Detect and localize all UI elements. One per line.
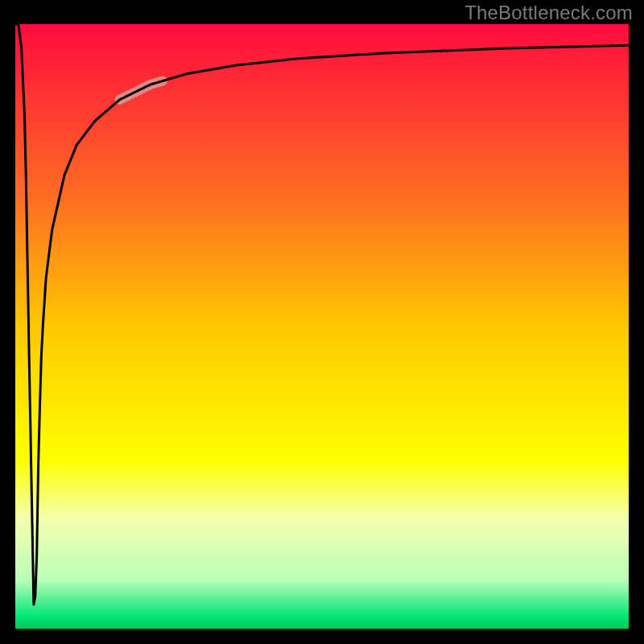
chart-background: [15, 24, 629, 629]
watermark-text: TheBottleneck.com: [464, 2, 633, 24]
bottleneck-chart: [15, 24, 629, 629]
chart-frame: [12, 24, 632, 632]
